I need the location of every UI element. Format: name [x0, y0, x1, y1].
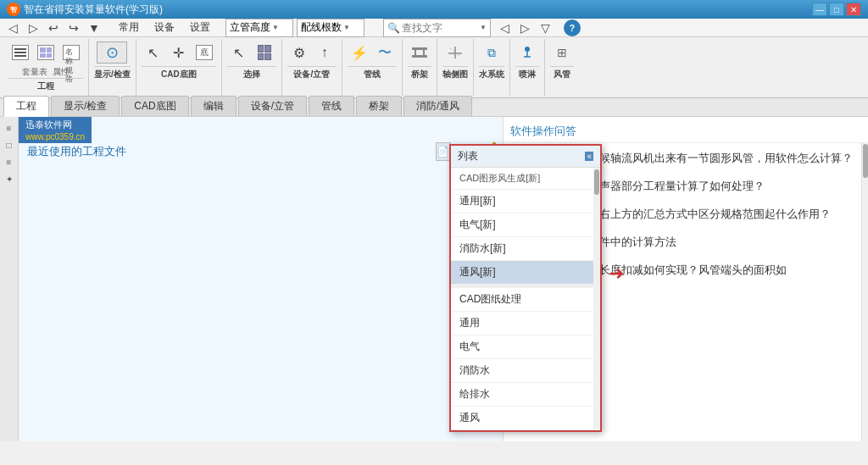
tab-bridge[interactable]: 桥架 — [356, 96, 402, 116]
menu-common[interactable]: 常用 — [112, 19, 146, 36]
tab-bar: 工程 显示/检查 CAD底图 编辑 设备/立管 管线 桥架 消防/通风 — [0, 98, 868, 117]
popup-item-0[interactable]: CAD图形风生成[新] — [451, 168, 600, 190]
nav-right-btn[interactable]: ▷ — [516, 19, 535, 37]
menu-settings[interactable]: 设置 — [183, 19, 217, 36]
display-check-icon[interactable]: ⊙ — [95, 41, 129, 64]
main-toolbar: 名称规格 套量表 属性 工程 ⊙ 显示/检查 ↖ ✛ 底 CAD底图 — [0, 37, 868, 98]
search-box[interactable]: 🔍 ▼ — [383, 19, 491, 37]
group-pipeline-icons: ⚡ 〜 — [348, 41, 397, 64]
right-scrollbar-thumb[interactable] — [863, 144, 868, 178]
popup-item-6[interactable]: 通用 — [451, 312, 600, 335]
toolbar-group-bridge: 桥架 — [403, 39, 437, 96]
group-edit-title: 选择 — [227, 66, 276, 80]
group-duct-icons: ⊞ — [550, 41, 574, 64]
duct-icon[interactable]: ⊞ — [550, 41, 574, 64]
toolbar-group-device: ⚙ ↑ 设备/立管 — [282, 39, 342, 96]
bridge-icon[interactable] — [408, 41, 431, 64]
tab-fire[interactable]: 消防/通风 — [403, 96, 472, 116]
toolbar-undo-btn[interactable]: ↩ — [44, 19, 63, 37]
svg-rect-0 — [412, 47, 427, 50]
right-scrollbar[interactable] — [861, 142, 868, 441]
side-icon-1[interactable]: ≡ — [2, 120, 17, 136]
popup-scrollbar-thumb[interactable] — [594, 169, 599, 195]
popup-item-2[interactable]: 电气[新] — [451, 213, 600, 237]
new-file-icon: 📄 — [436, 142, 451, 161]
popup-item-10[interactable]: 通风 — [451, 407, 600, 430]
maximize-button[interactable]: □ — [829, 3, 844, 16]
tab-device[interactable]: 设备/立管 — [238, 96, 307, 116]
tab-project[interactable]: 工程 — [3, 96, 49, 117]
group-sprinkler-title: 喷淋 — [515, 66, 539, 80]
project-list-icon[interactable] — [8, 41, 32, 64]
menu-device[interactable]: 设备 — [147, 19, 181, 36]
cad-floor-icon[interactable]: 底 — [192, 41, 216, 64]
water-system-icon[interactable]: ⧉ — [480, 41, 504, 64]
dropdown-wire-count[interactable]: 配线根数 ▼ — [297, 19, 364, 37]
dropdown-pipe-height[interactable]: 立管高度 ▼ — [225, 19, 293, 37]
popup-body: CAD图形风生成[新] 通用[新] 电气[新] 消防水[新] 通风[新] CAD… — [451, 168, 600, 430]
label-props: 属性 — [53, 66, 70, 78]
toolbar-back-btn[interactable]: ◁ — [3, 19, 22, 37]
popup-item-1[interactable]: 通用[新] — [451, 190, 600, 213]
toolbar-group-display: ⊙ 显示/检查 — [89, 39, 136, 96]
group-project-icons: 名称规格 — [8, 41, 83, 64]
watermark-url: www.pc0359.cn — [25, 132, 85, 141]
axis-view-icon[interactable] — [443, 41, 467, 64]
main-content: ≡ □ ≡ ✦ 迅泰软件网 www.pc0359.cn 最近使用的工程文件 📄 … — [0, 117, 868, 441]
pipeline-wave-icon[interactable]: 〜 — [373, 41, 397, 64]
toolbar-down-btn[interactable]: ▼ — [85, 19, 103, 37]
left-side-icons: ≡ □ ≡ ✦ — [0, 117, 19, 441]
recent-files-area: 最近使用的工程文件 — [27, 144, 494, 159]
group-duct-title: 风管 — [550, 66, 574, 80]
dropdown-arrow-1: ▼ — [272, 24, 279, 31]
search-input[interactable] — [402, 22, 478, 34]
left-panel-title: 最近使用的工程文件 — [27, 145, 126, 158]
device-setting-icon[interactable]: ⚙ — [287, 41, 311, 64]
sprinkler-icon[interactable] — [515, 41, 539, 64]
toolbar-group-duct: ⊞ 风管 — [545, 39, 579, 96]
toolbar-fwd-btn[interactable]: ▷ — [24, 19, 42, 37]
dropdown-pipe-height-label: 立管高度 — [230, 20, 270, 35]
side-icon-3[interactable]: ≡ — [2, 154, 17, 169]
dropdown-wire-count-label: 配线根数 — [301, 20, 342, 35]
arrow-indicator: ➜ — [609, 263, 624, 285]
title-bar-left: 智 智在省得安装算量软件(学习版) — [7, 3, 163, 17]
popup-item-3[interactable]: 消防水[新] — [451, 237, 600, 261]
toolbar-group-water: ⧉ 水系统 — [474, 39, 510, 96]
dropdown-arrow-2: ▼ — [343, 24, 350, 31]
popup-item-8[interactable]: 消防水 — [451, 359, 600, 383]
popup-header-label: 列表 — [458, 149, 478, 163]
popup-collapse-btn[interactable]: « — [585, 152, 593, 161]
nav-left-btn[interactable]: ◁ — [496, 19, 515, 37]
pipe-up-icon[interactable]: ↑ — [313, 41, 337, 64]
popup-item-5[interactable]: CAD图纸处理 — [451, 288, 600, 312]
close-button[interactable]: ✕ — [846, 3, 861, 16]
tab-pipeline[interactable]: 管线 — [309, 96, 354, 116]
pipeline-elec-icon[interactable]: ⚡ — [348, 41, 371, 64]
toolbar-group-axis: 轴侧图 — [437, 39, 474, 96]
app-logo: 智 — [7, 3, 20, 16]
help-button[interactable]: ? — [564, 19, 581, 36]
popup-item-7[interactable]: 电气 — [451, 335, 600, 359]
title-bar-controls[interactable]: — □ ✕ — [812, 3, 861, 16]
group-pipeline-title: 管线 — [348, 66, 397, 80]
nav-down-btn[interactable]: ▽ — [537, 19, 555, 37]
group-device-icons: ⚙ ↑ — [287, 41, 337, 64]
tab-display[interactable]: 显示/检查 — [51, 96, 120, 116]
popup-item-4[interactable]: 通风[新] — [451, 261, 600, 285]
tab-cad[interactable]: CAD底图 — [121, 96, 188, 116]
popup-scrollbar[interactable] — [593, 168, 600, 430]
edit-multi-icon[interactable] — [253, 41, 276, 64]
side-icon-2[interactable]: □ — [2, 137, 17, 152]
tab-edit[interactable]: 编辑 — [191, 96, 236, 116]
popup-item-9[interactable]: 给排水 — [451, 383, 600, 407]
toolbar-redo-btn[interactable]: ↪ — [64, 19, 83, 37]
project-table-icon[interactable] — [34, 41, 58, 64]
minimize-button[interactable]: — — [812, 3, 827, 16]
cad-arrow-icon[interactable]: ↖ — [142, 41, 165, 64]
cad-add-icon[interactable]: ✛ — [167, 41, 191, 64]
side-icon-4[interactable]: ✦ — [2, 171, 17, 186]
group-display-title: 显示/检查 — [94, 66, 131, 80]
select-icon[interactable]: ↖ — [227, 41, 251, 64]
project-props-icon[interactable]: 名称规格 — [59, 41, 83, 64]
